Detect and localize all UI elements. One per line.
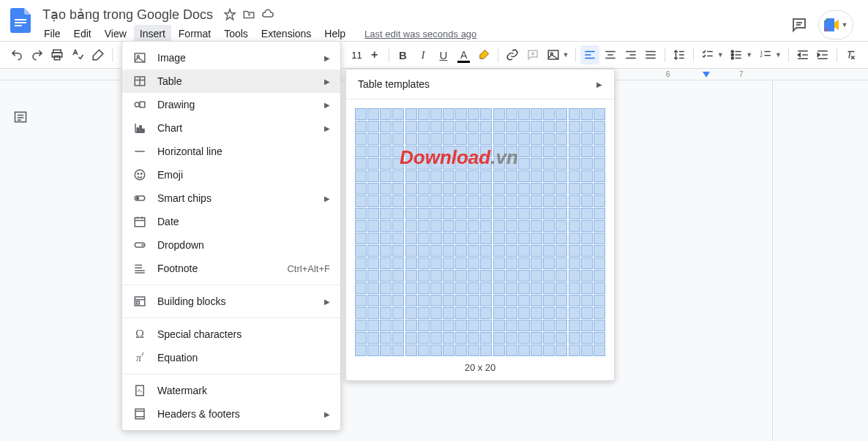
align-justify-icon[interactable] xyxy=(641,45,660,64)
table-grid-cell[interactable] xyxy=(555,170,567,182)
table-grid-cell[interactable] xyxy=(594,270,605,282)
table-grid-cell[interactable] xyxy=(455,133,467,145)
table-grid-cell[interactable] xyxy=(367,233,379,244)
table-grid-cell[interactable] xyxy=(455,233,467,244)
table-grid-cell[interactable] xyxy=(380,295,392,306)
meet-badge[interactable]: ▼ xyxy=(818,10,853,39)
table-grid-cell[interactable] xyxy=(506,282,517,294)
last-edit-link[interactable]: Last edit was seconds ago xyxy=(364,29,476,39)
table-grid-cell[interactable] xyxy=(468,295,479,306)
table-grid-cell[interactable] xyxy=(430,332,442,344)
table-grid-cell[interactable] xyxy=(506,133,517,145)
table-grid-cell[interactable] xyxy=(531,233,542,244)
table-grid-cell[interactable] xyxy=(405,170,417,182)
table-grid-cell[interactable] xyxy=(543,208,555,219)
table-grid-cell[interactable] xyxy=(392,332,404,344)
table-grid-cell[interactable] xyxy=(581,158,593,170)
table-grid-cell[interactable] xyxy=(468,108,479,120)
table-grid-cell[interactable] xyxy=(531,270,542,282)
table-grid-cell[interactable] xyxy=(555,245,567,257)
table-grid-cell[interactable] xyxy=(418,320,430,331)
table-grid-cell[interactable] xyxy=(543,195,555,207)
table-grid-cell[interactable] xyxy=(430,170,442,182)
table-grid-cell[interactable] xyxy=(594,146,605,157)
table-grid-cell[interactable] xyxy=(518,295,530,306)
table-grid-cell[interactable] xyxy=(443,282,454,294)
table-grid-cell[interactable] xyxy=(493,344,505,356)
table-grid-cell[interactable] xyxy=(531,320,542,331)
table-grid-cell[interactable] xyxy=(518,220,530,232)
table-grid-cell[interactable] xyxy=(493,282,505,294)
table-grid-cell[interactable] xyxy=(405,344,417,356)
table-grid-cell[interactable] xyxy=(569,270,580,282)
table-grid-cell[interactable] xyxy=(418,282,430,294)
table-grid-cell[interactable] xyxy=(405,183,417,195)
table-grid-cell[interactable] xyxy=(555,295,567,306)
align-left-icon[interactable] xyxy=(580,45,599,64)
table-grid-cell[interactable] xyxy=(405,295,417,306)
table-grid-cell[interactable] xyxy=(518,320,530,331)
table-grid-cell[interactable] xyxy=(380,344,392,356)
table-grid-cell[interactable] xyxy=(355,121,367,132)
table-grid-cell[interactable] xyxy=(418,295,430,306)
table-grid-cell[interactable] xyxy=(518,108,530,120)
insert-menu-special-characters[interactable]: ΩSpecial characters xyxy=(122,323,340,346)
table-grid-cell[interactable] xyxy=(480,208,492,219)
table-grid-cell[interactable] xyxy=(443,121,454,132)
table-grid-cell[interactable] xyxy=(480,158,492,170)
table-grid-cell[interactable] xyxy=(468,233,479,244)
table-grid-cell[interactable] xyxy=(555,158,567,170)
table-grid-cell[interactable] xyxy=(518,208,530,219)
table-grid-cell[interactable] xyxy=(531,121,542,132)
table-grid-cell[interactable] xyxy=(405,307,417,319)
table-grid-cell[interactable] xyxy=(392,208,404,219)
menu-file[interactable]: File xyxy=(38,25,67,42)
table-grid-cell[interactable] xyxy=(405,121,417,132)
table-grid-cell[interactable] xyxy=(392,220,404,232)
table-grid-cell[interactable] xyxy=(543,183,555,195)
table-grid-cell[interactable] xyxy=(405,208,417,219)
table-templates-item[interactable]: Table templates ▶ xyxy=(346,69,614,99)
table-grid-cell[interactable] xyxy=(468,146,479,157)
table-grid-cell[interactable] xyxy=(443,270,454,282)
table-grid-cell[interactable] xyxy=(355,233,367,244)
table-grid-cell[interactable] xyxy=(531,332,542,344)
table-grid-cell[interactable] xyxy=(555,332,567,344)
table-grid-cell[interactable] xyxy=(392,195,404,207)
table-grid-cell[interactable] xyxy=(506,121,517,132)
table-grid-cell[interactable] xyxy=(531,295,542,306)
table-grid-cell[interactable] xyxy=(392,282,404,294)
clear-format-icon[interactable] xyxy=(842,45,861,64)
table-grid-cell[interactable] xyxy=(480,344,492,356)
table-grid-cell[interactable] xyxy=(531,108,542,120)
table-grid-cell[interactable] xyxy=(518,170,530,182)
table-grid-cell[interactable] xyxy=(518,233,530,244)
table-grid-cell[interactable] xyxy=(569,133,580,145)
table-grid-cell[interactable] xyxy=(355,208,367,219)
table-grid-cell[interactable] xyxy=(468,195,479,207)
docs-logo[interactable] xyxy=(6,6,35,35)
table-grid-cell[interactable] xyxy=(493,208,505,219)
table-grid-cell[interactable] xyxy=(543,220,555,232)
table-grid-cell[interactable] xyxy=(468,183,479,195)
table-grid-cell[interactable] xyxy=(581,282,593,294)
table-grid-cell[interactable] xyxy=(569,158,580,170)
table-grid-cell[interactable] xyxy=(493,146,505,157)
table-grid-cell[interactable] xyxy=(455,282,467,294)
table-grid-cell[interactable] xyxy=(392,133,404,145)
table-grid-cell[interactable] xyxy=(555,146,567,157)
table-grid-cell[interactable] xyxy=(569,332,580,344)
table-grid-cell[interactable] xyxy=(480,133,492,145)
table-grid-cell[interactable] xyxy=(430,195,442,207)
table-grid-cell[interactable] xyxy=(569,208,580,219)
table-grid-cell[interactable] xyxy=(418,183,430,195)
table-grid-cell[interactable] xyxy=(355,245,367,257)
table-grid-cell[interactable] xyxy=(380,183,392,195)
table-grid-cell[interactable] xyxy=(493,257,505,269)
table-grid-cell[interactable] xyxy=(506,307,517,319)
table-grid-cell[interactable] xyxy=(531,307,542,319)
table-grid-cell[interactable] xyxy=(480,257,492,269)
table-grid-cell[interactable] xyxy=(569,344,580,356)
table-grid-cell[interactable] xyxy=(418,307,430,319)
table-grid-cell[interactable] xyxy=(418,245,430,257)
